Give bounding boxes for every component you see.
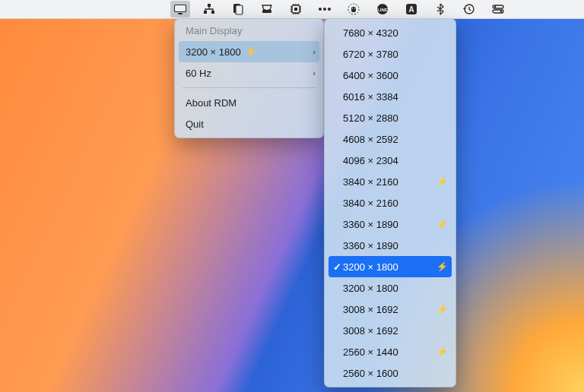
hidpi-bolt-icon: ⚡	[436, 346, 448, 357]
svg-point-25	[328, 8, 331, 11]
resolution-option[interactable]: 3840 × 2160	[325, 192, 455, 213]
chevron-right-icon: ›	[313, 47, 316, 56]
resolution-label: 3200 × 1800	[186, 46, 241, 58]
svg-rect-3	[208, 4, 211, 7]
svg-point-38	[500, 11, 503, 13]
resolution-option-label: 3200 × 1800	[343, 261, 432, 273]
resolution-option[interactable]: 3008 × 1692⚡	[325, 299, 455, 320]
svg-text:A: A	[408, 5, 414, 14]
resolution-option-label: 2560 × 1600	[343, 368, 448, 379]
resolution-option[interactable]: 4608 × 2592	[325, 128, 455, 150]
resolution-option-label: 6400 × 3600	[343, 70, 448, 81]
svg-rect-5	[211, 11, 214, 14]
resolution-submenu: 7680 × 43206720 × 37806400 × 36006016 × …	[324, 18, 456, 387]
svg-point-36	[494, 6, 497, 8]
resolution-option[interactable]: 5120 × 2880	[325, 107, 455, 128]
line-app-icon[interactable]: LINE	[376, 2, 389, 16]
clipboard-icon[interactable]	[231, 2, 245, 16]
android-icon[interactable]	[347, 2, 360, 16]
resolution-option[interactable]: 2560 × 1600	[325, 362, 455, 384]
resolution-option-label: 3008 × 1692	[343, 304, 432, 315]
bluetooth-icon[interactable]	[433, 2, 447, 16]
resolution-option[interactable]: 6720 × 3780	[325, 43, 455, 65]
resolution-option-label: 6720 × 3780	[343, 49, 448, 60]
inbox-icon[interactable]	[260, 2, 274, 16]
resolution-option[interactable]: 3008 × 1692	[325, 320, 455, 341]
resolution-option-label: 6016 × 3384	[343, 91, 448, 103]
svg-rect-10	[294, 8, 297, 11]
resolution-option[interactable]: 4096 × 2304	[325, 150, 455, 171]
svg-point-24	[323, 8, 326, 11]
resolution-option[interactable]: 3200 × 1800	[325, 277, 455, 299]
resolution-option[interactable]: 7680 × 4320	[325, 22, 455, 43]
resolution-option-label: 3840 × 2160	[343, 176, 432, 188]
display-icon[interactable]	[170, 1, 190, 17]
resolution-option-label: 4096 × 2304	[343, 155, 448, 166]
timemachine-icon[interactable]	[462, 2, 476, 16]
menu-item-refresh[interactable]: 60 Hz ›	[175, 62, 323, 84]
menu-separator	[182, 87, 316, 88]
svg-rect-8	[262, 10, 271, 13]
menu-item-about[interactable]: About RDM	[175, 92, 323, 113]
resolution-option-label: 3200 × 1800	[343, 283, 448, 294]
resolution-option-label: 3008 × 1692	[343, 325, 448, 337]
svg-rect-27	[351, 7, 356, 12]
desktop-background: LINE A Main Display 3200 × 1800 ⚡ › 60 H…	[0, 0, 584, 392]
svg-rect-4	[204, 11, 207, 14]
quit-label: Quit	[186, 119, 316, 130]
rdm-main-menu: Main Display 3200 × 1800 ⚡ › 60 Hz › Abo…	[174, 18, 324, 138]
svg-rect-2	[178, 13, 182, 14]
font-a-icon[interactable]: A	[405, 2, 418, 16]
menu-header: Main Display	[175, 22, 323, 41]
hidpi-bolt-icon: ⚡	[436, 304, 448, 315]
svg-text:LINE: LINE	[377, 8, 388, 12]
about-label: About RDM	[186, 97, 316, 109]
resolution-option-label: 4608 × 2592	[343, 134, 448, 145]
resolution-option-label: 2560 × 1440	[343, 346, 432, 358]
resolution-option-label: 3360 × 1890	[343, 219, 432, 230]
resolution-option[interactable]: 6016 × 3384	[325, 86, 455, 107]
svg-point-29	[354, 8, 355, 8]
resolution-option[interactable]: 2560 × 1440⚡	[325, 341, 455, 362]
control-center-icon[interactable]	[491, 2, 505, 16]
cpu-icon[interactable]	[289, 2, 303, 16]
svg-rect-1	[175, 5, 186, 11]
resolution-option[interactable]: 6400 × 3600	[325, 65, 455, 86]
hidpi-bolt-icon: ⚡	[246, 46, 257, 57]
svg-point-28	[352, 8, 353, 8]
resolution-option[interactable]: 3360 × 1890⚡	[325, 213, 455, 235]
refresh-label: 60 Hz	[186, 68, 313, 79]
menu-item-quit[interactable]: Quit	[175, 113, 323, 134]
svg-rect-7	[236, 5, 243, 14]
chevron-right-icon: ›	[313, 68, 316, 77]
resolution-option-label: 5120 × 2880	[343, 112, 448, 124]
check-icon: ✓	[331, 261, 343, 273]
resolution-option-label: 7680 × 4320	[343, 27, 448, 39]
password-dots-icon[interactable]	[318, 2, 332, 16]
menu-item-resolution[interactable]: 3200 × 1800 ⚡ ›	[179, 41, 319, 62]
svg-point-23	[319, 8, 322, 11]
network-icon[interactable]	[202, 2, 216, 16]
resolution-option[interactable]: ✓3200 × 1800⚡	[328, 256, 452, 277]
resolution-option[interactable]: 3840 × 2160⚡	[325, 171, 455, 192]
resolution-option-label: 3840 × 2160	[343, 198, 448, 209]
hidpi-bolt-icon: ⚡	[436, 219, 448, 229]
resolution-option-label: 3360 × 1890	[343, 240, 448, 251]
resolution-option[interactable]: 3360 × 1890	[325, 235, 455, 256]
hidpi-bolt-icon: ⚡	[436, 176, 448, 187]
hidpi-bolt-icon: ⚡	[436, 261, 448, 272]
menubar: LINE A	[0, 0, 584, 19]
